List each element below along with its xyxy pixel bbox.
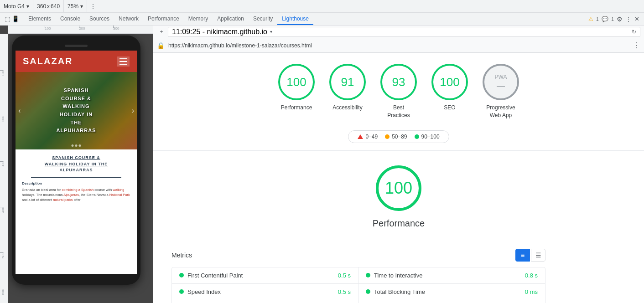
device-toggle-icon[interactable]: 📱: [12, 15, 19, 22]
list-view-button[interactable]: ☰: [531, 249, 545, 262]
score-label-seo: SEO: [444, 104, 455, 112]
toolbar-icons: ⋮: [87, 0, 99, 12]
hero-text: SPANISHCOURSE &WALKINGHOLIDAY INTHEALPUH…: [57, 87, 96, 135]
metric-row-lcp: Largest Contentful Paint 0.7 s: [172, 300, 358, 303]
legend-item-orange: 50–89: [385, 134, 407, 140]
reload-icon[interactable]: ↻: [632, 29, 636, 35]
tab-performance[interactable]: Performance: [143, 13, 184, 25]
tab-sources[interactable]: Sources: [85, 13, 114, 25]
x-separator: x: [47, 3, 50, 10]
performance-title: Performance: [373, 218, 425, 229]
metric-name-si: Speed Index: [187, 288, 334, 295]
hero-prev-button[interactable]: ‹: [18, 107, 21, 115]
score-label-pwa: ProgressiveWeb App: [486, 104, 515, 119]
url-bar[interactable]: 11:09:25 - nikimacm.github.io ▾ ↻: [168, 27, 640, 37]
tab-network[interactable]: Network: [114, 13, 143, 25]
device-selector[interactable]: Moto G4 ▾: [0, 0, 33, 12]
hamburger-menu[interactable]: [117, 56, 130, 67]
add-tab-button[interactable]: +: [157, 27, 166, 36]
tab-console[interactable]: Console: [56, 13, 85, 25]
legend-pill: 0–49 50–89 90–100: [348, 130, 449, 143]
tab-security[interactable]: Security: [249, 13, 277, 25]
performance-circle: 100: [376, 165, 421, 211]
inspect-icon[interactable]: ⬚: [5, 15, 10, 22]
tab-lighthouse[interactable]: Lighthouse: [277, 13, 313, 25]
score-label-performance: Performance: [281, 104, 312, 112]
score-item-best-practices: 93 BestPractices: [380, 64, 417, 119]
tab-right-icons: ⚠ 1 💬 1 ⚙ ⋮ ✕: [586, 15, 642, 23]
phone-screen: SALAZAR ‹ SPANISHCOURSE &WALKINGHOLIDAY …: [16, 51, 137, 274]
more-dots-icon[interactable]: ⋮: [625, 15, 632, 23]
metric-row-fcp: First Contentful Paint 0.5 s: [172, 267, 358, 284]
chat-icon: 💬: [602, 16, 608, 22]
main-layout: 100 200 300 100 200 300 400 500 600: [0, 26, 644, 303]
address-menu-icon[interactable]: ⋮: [633, 41, 640, 50]
url-display: https://nikimacm.github.io/milestone-1-s…: [168, 42, 629, 49]
tab-application[interactable]: Application: [213, 13, 249, 25]
score-value-performance: 100: [286, 75, 306, 89]
metrics-grid: First Contentful Paint 0.5 s Time to Int…: [171, 267, 545, 303]
hero-next-button[interactable]: ›: [132, 107, 134, 115]
warning-icon: ⚠: [588, 16, 593, 22]
mobile-preview-panel: 100 200 300 100 200 300 400 500 600: [0, 26, 153, 303]
metric-value-fcp: 0.5 s: [338, 272, 351, 279]
pwa-label: PWA: [495, 74, 507, 80]
score-circle-pwa: PWA —: [483, 64, 519, 100]
close-icon[interactable]: ✕: [634, 15, 639, 22]
score-value-accessibility: 91: [341, 75, 354, 89]
ruler-v-mark-400: 400: [1, 207, 5, 213]
score-circle-seo: 100: [431, 64, 468, 100]
settings-icon[interactable]: ⚙: [617, 15, 623, 23]
metrics-header: Metrics ≡ ☰: [171, 249, 545, 262]
metric-name-tti: Time to Interactive: [374, 272, 521, 279]
metric-dot-si: [179, 289, 184, 294]
ruler-mark-100: 100: [45, 26, 51, 31]
hero-image: ‹ SPANISHCOURSE &WALKINGHOLIDAY INTHEALP…: [16, 72, 137, 149]
hamburger-line: [119, 58, 127, 59]
hero-dot: [79, 144, 81, 147]
tab-memory[interactable]: Memory: [184, 13, 213, 25]
metrics-section: Metrics ≡ ☰ First Contentful Paint 0.5 s…: [153, 249, 564, 303]
phone-speaker-area: [16, 45, 137, 47]
lock-icon: 🔒: [157, 42, 165, 49]
ruler-horizontal: 100 200 300: [8, 26, 153, 34]
metrics-label: Metrics: [171, 252, 192, 259]
height-value: 640: [51, 3, 60, 10]
metric-value-tti: 0.8 s: [525, 272, 538, 279]
pwa-dash: —: [497, 81, 505, 91]
hamburger-line: [119, 64, 127, 65]
score-item-pwa: PWA — ProgressiveWeb App: [483, 64, 519, 119]
grid-view-button[interactable]: ≡: [515, 249, 530, 262]
metrics-toggle: ≡ ☰: [515, 249, 545, 262]
more-icon[interactable]: ⋮: [90, 3, 96, 10]
metric-row-si: Speed Index 0.5 s: [172, 284, 358, 300]
legend-container: 0–49 50–89 90–100: [153, 127, 644, 150]
metric-dot-tti: [366, 273, 370, 277]
performance-score: 100: [385, 179, 412, 198]
hero-dot: [75, 144, 78, 147]
site-header: SALAZAR: [16, 51, 137, 72]
metric-name-fcp: First Contentful Paint: [187, 272, 334, 279]
zoom-selector[interactable]: 75% ▾: [64, 0, 87, 12]
width-value: 360: [37, 3, 46, 10]
ruler-v-mark-500: 500: [1, 252, 5, 258]
metric-row-tti: Time to Interactive 0.8 s: [358, 267, 545, 284]
tab-left-icons: ⬚ 📱: [2, 15, 22, 22]
legend-range-red: 0–49: [365, 134, 378, 140]
tab-elements[interactable]: Elements: [24, 13, 56, 25]
score-value-best-practices: 93: [392, 75, 405, 89]
content-title: SPANISH COURSE &WALKING HOLIDAY IN THEAL…: [22, 155, 130, 174]
lighthouse-toolbar: + 11:09:25 - nikimacm.github.io ▾ ↻: [153, 26, 644, 38]
chevron-down-icon[interactable]: ▾: [80, 3, 83, 10]
chevron-down-icon[interactable]: ▾: [270, 29, 272, 34]
phone-outer: SALAZAR ‹ SPANISHCOURSE &WALKINGHOLIDAY …: [12, 36, 140, 285]
phone-speaker: [65, 45, 88, 47]
dimension-inputs[interactable]: 360 x 640: [33, 0, 64, 12]
ruler-v-mark-600: 600: [1, 289, 5, 295]
ruler-v-mark-200: 200: [1, 116, 5, 122]
devtools-tabs: ⬚ 📱 Elements Console Sources Network Per…: [0, 13, 644, 26]
metric-dot-tbt: [366, 289, 370, 294]
chat-count: 1: [611, 16, 614, 22]
ruler-vertical: 100 200 300 400 500 600: [0, 34, 8, 303]
chevron-down-icon[interactable]: ▾: [26, 3, 29, 10]
